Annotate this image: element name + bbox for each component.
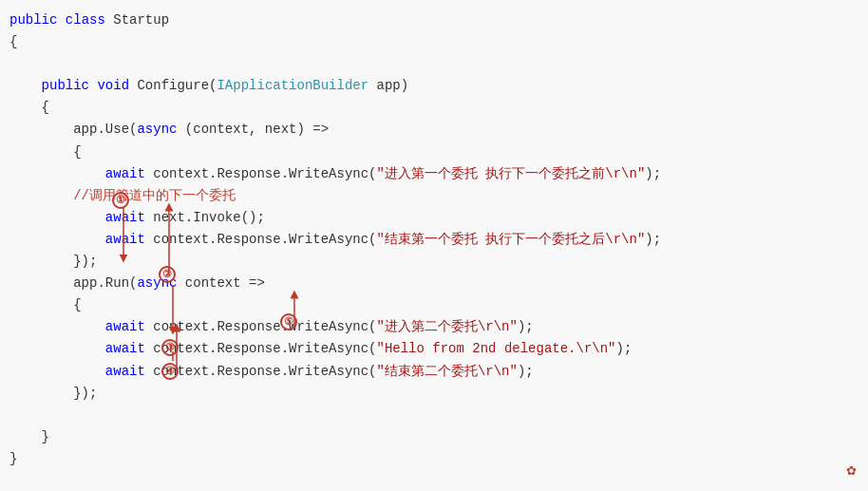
label-5: ⑤ (280, 313, 297, 330)
code-line: app.Use(async (context, next) => (9, 119, 859, 141)
code-line: await next.Invoke(); (9, 207, 859, 229)
code-line: { (9, 142, 859, 163)
code-line (9, 53, 859, 75)
code-line: } (9, 426, 859, 448)
code-line: public void Configure(IApplicationBuilde… (9, 75, 859, 97)
code-line: { (9, 294, 859, 316)
label-3: ③ (161, 339, 179, 356)
code-line: await context.Response.WriteAsync("结束第二个… (9, 361, 859, 383)
code-line: { (9, 31, 859, 53)
watermark: ✿ (846, 462, 857, 481)
code-line: } (9, 448, 859, 470)
code-line: }); (9, 383, 859, 405)
code-line (9, 405, 859, 426)
label-1: ① (112, 192, 129, 209)
label-4: ④ (161, 363, 179, 380)
code-line: }); (9, 251, 859, 273)
code-line: await context.Response.WriteAsync("Hello… (9, 338, 859, 360)
code-editor: public class Startup{ public void Config… (0, 0, 868, 491)
watermark-icon: ✿ (846, 462, 857, 481)
code-line: //调用管道中的下一个委托 (9, 185, 859, 207)
code-line: await context.Response.WriteAsync("结束第一个… (9, 229, 859, 251)
code-line: { (9, 97, 859, 119)
label-2: ② (159, 266, 176, 283)
code-line: await context.Response.WriteAsync("进入第二个… (9, 316, 859, 338)
code-line: public class Startup (9, 9, 859, 31)
code-line: await context.Response.WriteAsync("进入第一个… (9, 163, 859, 185)
code-line: app.Run(async context => (9, 273, 859, 294)
